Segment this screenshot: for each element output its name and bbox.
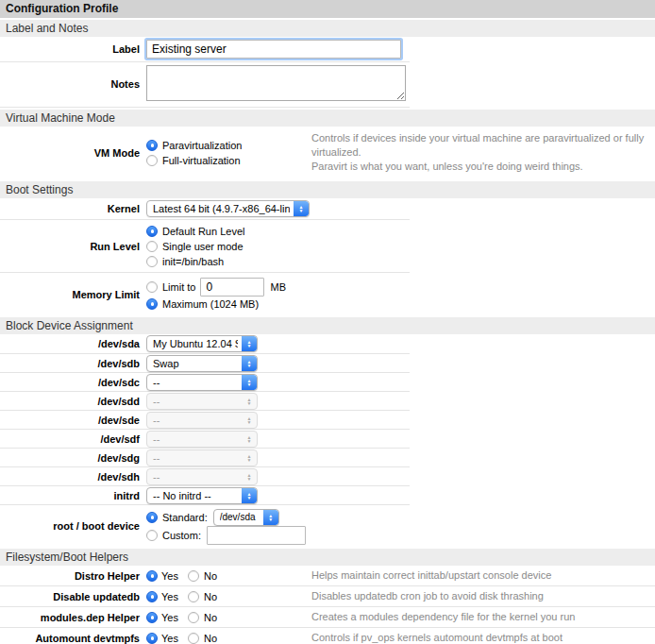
modules-dep-yes-radio[interactable] bbox=[146, 612, 158, 623]
modules-dep-helper-row: modules.dep Helper Yes No Creates a modu… bbox=[0, 607, 655, 628]
select-arrows-icon bbox=[294, 201, 309, 216]
run-level-label: Run Level bbox=[0, 241, 140, 252]
standard-root-radio[interactable] bbox=[146, 512, 158, 523]
device-row-sdb: /dev/sdb Swap bbox=[0, 353, 410, 372]
label-input[interactable] bbox=[146, 40, 401, 59]
select-arrows-icon bbox=[242, 469, 257, 484]
sdf-select: -- bbox=[146, 431, 258, 448]
page-title: Configuration Profile bbox=[0, 0, 655, 18]
default-run-level-radio[interactable] bbox=[146, 226, 158, 237]
maximum-memory-option[interactable]: Maximum (1024 MB) bbox=[146, 297, 286, 311]
distro-helper-yes-radio[interactable] bbox=[146, 570, 158, 582]
initrd-select[interactable]: -- No initrd -- bbox=[146, 487, 258, 504]
select-arrows-icon bbox=[242, 336, 257, 351]
custom-root-option[interactable]: Custom: bbox=[146, 526, 306, 544]
notes-row: Notes bbox=[0, 62, 410, 108]
sdc-select[interactable]: -- bbox=[146, 374, 258, 391]
root-boot-device-label: root / boot device bbox=[0, 520, 140, 532]
notes-field-label: Notes bbox=[0, 78, 140, 90]
select-arrows-icon bbox=[242, 413, 257, 428]
sdb-select[interactable]: Swap bbox=[146, 355, 258, 372]
kernel-label: Kernel bbox=[0, 203, 140, 214]
label-field-label: Label bbox=[0, 43, 140, 55]
sdd-select: -- bbox=[146, 393, 258, 410]
root-boot-device-row: root / boot device Standard: /dev/sda Cu… bbox=[0, 504, 410, 547]
init-bin-bash-radio[interactable] bbox=[146, 256, 158, 267]
init-bin-bash-option[interactable]: init=/bin/bash bbox=[146, 254, 244, 268]
device-row-sdd: /dev/sdd -- bbox=[0, 391, 410, 410]
section-header-boot-settings: Boot Settings bbox=[0, 181, 655, 198]
memory-limit-unit: MB bbox=[270, 281, 286, 293]
kernel-row: Kernel Latest 64 bit (4.9.7-x86_64-linod… bbox=[0, 198, 410, 220]
modules-dep-no-radio[interactable] bbox=[188, 612, 199, 623]
device-row-sdc: /dev/sdc -- bbox=[0, 372, 410, 391]
limit-to-radio[interactable] bbox=[146, 281, 158, 293]
custom-root-input[interactable] bbox=[207, 526, 306, 545]
sde-select: -- bbox=[146, 412, 258, 429]
full-virtualization-radio[interactable] bbox=[146, 155, 158, 166]
device-row-sda: /dev/sda My Ubuntu 12.04 Server bbox=[0, 334, 410, 353]
select-arrows-icon bbox=[242, 375, 257, 390]
full-virtualization-option[interactable]: Full-virtualization bbox=[146, 153, 311, 167]
vm-mode-label: VM Mode bbox=[0, 147, 140, 159]
select-arrows-icon bbox=[242, 450, 257, 466]
distro-helper-row: Distro Helper Yes No Helps maintain corr… bbox=[0, 566, 655, 586]
section-header-helpers: Filesystem/Boot Helpers bbox=[0, 549, 655, 566]
default-run-level-option[interactable]: Default Run Level bbox=[146, 224, 244, 238]
device-row-sdf: /dev/sdf -- bbox=[0, 429, 410, 448]
sdg-select: -- bbox=[146, 449, 258, 466]
single-user-mode-radio[interactable] bbox=[146, 241, 158, 252]
device-row-sdh: /dev/sdh -- bbox=[0, 466, 410, 485]
vm-mode-help: Controls if devices inside your virtual … bbox=[311, 131, 655, 174]
automount-devtmpfs-yes-radio[interactable] bbox=[146, 633, 158, 644]
paravirtualization-radio[interactable] bbox=[146, 140, 158, 151]
standard-root-option[interactable]: Standard: /dev/sda bbox=[146, 508, 306, 526]
disable-updatedb-no-radio[interactable] bbox=[188, 591, 199, 602]
run-level-row: Run Level Default Run Level Single user … bbox=[0, 220, 410, 273]
select-arrows-icon bbox=[263, 510, 278, 525]
sda-select[interactable]: My Ubuntu 12.04 Server bbox=[146, 335, 258, 352]
notes-textarea[interactable] bbox=[146, 65, 406, 101]
select-arrows-icon bbox=[242, 432, 257, 447]
custom-root-radio[interactable] bbox=[146, 530, 158, 541]
memory-limit-input[interactable] bbox=[200, 278, 264, 297]
select-arrows-icon bbox=[242, 394, 257, 409]
sdh-select: -- bbox=[146, 468, 258, 485]
automount-devtmpfs-no-radio[interactable] bbox=[188, 633, 199, 644]
section-header-label-and-notes: Label and Notes bbox=[0, 20, 655, 37]
device-row-initrd: initrd -- No initrd -- bbox=[0, 485, 410, 504]
device-row-sdg: /dev/sdg -- bbox=[0, 448, 410, 466]
select-arrows-icon bbox=[242, 488, 257, 503]
automount-devtmpfs-row: Automount devtmpfs Yes No Controls if pv… bbox=[0, 628, 655, 644]
section-header-vm-mode: Virtual Machine Mode bbox=[0, 110, 655, 127]
vm-mode-row: VM Mode Paravirtualization Full-virtuali… bbox=[0, 127, 655, 179]
select-arrows-icon bbox=[242, 356, 257, 371]
disable-updatedb-yes-radio[interactable] bbox=[146, 591, 158, 602]
distro-helper-no-radio[interactable] bbox=[188, 570, 199, 582]
paravirtualization-option[interactable]: Paravirtualization bbox=[146, 138, 311, 152]
limit-to-option[interactable]: Limit to MB bbox=[146, 278, 286, 296]
kernel-select[interactable]: Latest 64 bit (4.9.7-x86_64-linode80) bbox=[146, 200, 310, 217]
configuration-profile-page: Configuration Profile Label and Notes La… bbox=[0, 0, 655, 644]
maximum-memory-radio[interactable] bbox=[146, 298, 158, 310]
memory-limit-row: Memory Limit Limit to MB Maximum (1024 M… bbox=[0, 273, 410, 315]
memory-limit-label: Memory Limit bbox=[0, 289, 140, 300]
label-row: Label bbox=[0, 37, 410, 62]
device-row-sde: /dev/sde -- bbox=[0, 410, 410, 429]
single-user-mode-option[interactable]: Single user mode bbox=[146, 239, 244, 253]
disable-updatedb-row: Disable updatedb Yes No Disables updated… bbox=[0, 586, 655, 607]
section-header-block-devices: Block Device Assignment bbox=[0, 317, 655, 334]
standard-root-select[interactable]: /dev/sda bbox=[213, 509, 279, 526]
